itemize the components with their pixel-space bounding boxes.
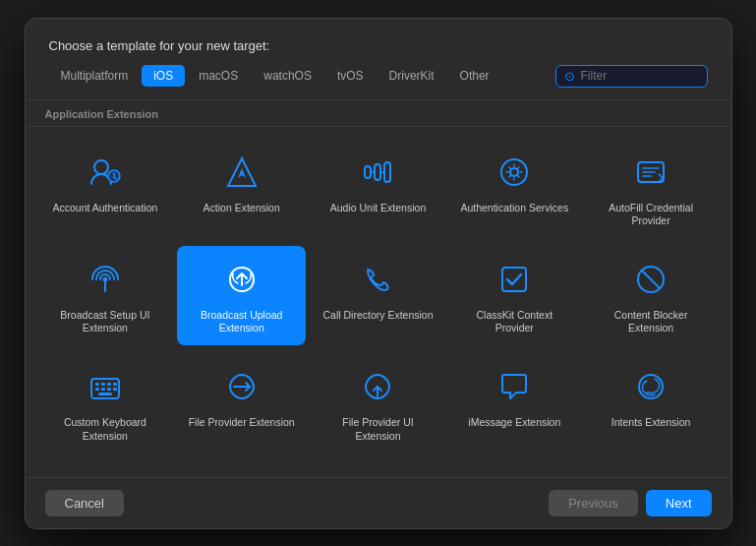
dialog-footer: Cancel Previous Next [26, 477, 731, 528]
svg-rect-19 [113, 383, 117, 386]
tab-watchos[interactable]: watchOS [252, 65, 323, 87]
item-file-provider-ui[interactable]: File Provider UI Extension [314, 353, 442, 453]
broadcast-upload-icon [220, 258, 263, 301]
item-broadcast-upload[interactable]: Broadcast Upload Extension [177, 246, 306, 345]
item-more4[interactable] [450, 460, 579, 476]
svg-rect-20 [95, 388, 99, 391]
item-broadcast-setup-label: Broadcast Setup UI Extension [47, 309, 164, 335]
tab-driverkit[interactable]: DriverKit [378, 65, 446, 87]
more2-icon [220, 472, 263, 476]
tab-tvos[interactable]: tvOS [325, 65, 376, 87]
footer-right: Previous Next [549, 490, 711, 516]
imessage-icon [493, 365, 536, 408]
item-audio-unit[interactable]: Audio Unit Extension [314, 139, 442, 238]
svg-rect-17 [101, 383, 105, 386]
next-button[interactable]: Next [646, 490, 712, 516]
svg-point-6 [501, 159, 527, 185]
tab-other[interactable]: Other [448, 65, 501, 87]
dialog: Choose a template for your new target: M… [25, 18, 732, 529]
broadcast-setup-icon [84, 258, 127, 301]
item-imessage-label: iMessage Extension [468, 416, 560, 430]
tab-bar: Multiplatform iOS macOS watchOS tvOS Dri… [49, 65, 708, 88]
item-action-ext[interactable]: Action Extension [177, 139, 306, 238]
more5-icon [629, 472, 672, 476]
item-audio-unit-label: Audio Unit Extension [330, 202, 426, 215]
item-custom-keyboard[interactable]: Custom Keyboard Extension [41, 353, 170, 453]
item-call-directory[interactable]: Call Directory Extension [314, 246, 442, 345]
item-action-ext-label: Action Extension [204, 202, 280, 215]
svg-rect-4 [384, 162, 390, 182]
auth-services-icon [493, 151, 536, 194]
item-content-blocker[interactable]: Content Blocker Extension [587, 246, 716, 345]
dialog-body: Application Extension Account Authentica… [26, 100, 731, 477]
svg-rect-24 [98, 393, 112, 395]
call-directory-icon [356, 258, 399, 301]
item-account-auth[interactable]: Account Authentication [41, 139, 170, 238]
more1-icon [84, 472, 127, 476]
item-broadcast-setup[interactable]: Broadcast Setup UI Extension [41, 246, 170, 345]
grid-container[interactable]: Account Authentication Action Extension [26, 127, 731, 477]
svg-rect-18 [107, 383, 111, 386]
filter-input[interactable] [581, 69, 699, 83]
more4-icon [493, 472, 536, 476]
svg-rect-23 [113, 388, 117, 391]
more3-icon [356, 472, 399, 476]
svg-rect-16 [95, 383, 99, 386]
action-ext-icon [220, 151, 263, 194]
dialog-title: Choose a template for your new target: [49, 38, 708, 53]
item-file-provider-label: File Provider Extension [189, 416, 295, 430]
previous-button[interactable]: Previous [549, 490, 638, 516]
svg-rect-22 [107, 388, 111, 391]
tab-macos[interactable]: macOS [187, 65, 250, 87]
item-classkit[interactable]: ClassKit Context Provider [450, 246, 579, 345]
custom-keyboard-icon [84, 365, 127, 408]
section-label: Application Extension [26, 100, 731, 127]
item-file-provider-ui-label: File Provider UI Extension [320, 416, 436, 443]
svg-point-0 [94, 160, 108, 174]
account-auth-icon [84, 151, 127, 194]
file-provider-icon [220, 365, 263, 408]
audio-unit-icon [356, 151, 399, 194]
svg-rect-5 [375, 164, 380, 180]
svg-rect-21 [101, 388, 105, 391]
item-more2[interactable] [177, 460, 306, 476]
item-call-directory-label: Call Directory Extension [322, 309, 433, 323]
item-auth-services-label: Authentication Services [460, 202, 568, 215]
dialog-header: Choose a template for your new target: M… [26, 19, 731, 100]
tab-multiplatform[interactable]: Multiplatform [49, 65, 141, 87]
item-more5[interactable] [587, 460, 716, 476]
tab-ios[interactable]: iOS [142, 65, 185, 87]
item-auth-services[interactable]: Authentication Services [450, 139, 579, 238]
filter-container: ⊙ [555, 65, 708, 88]
file-provider-ui-icon [356, 365, 399, 408]
filter-icon: ⊙ [564, 69, 575, 84]
intents-icon [629, 365, 672, 408]
cancel-button[interactable]: Cancel [45, 490, 124, 516]
classkit-icon [493, 258, 536, 301]
item-more3[interactable] [314, 460, 442, 476]
template-grid: Account Authentication Action Extension [41, 139, 716, 477]
item-content-blocker-label: Content Blocker Extension [593, 309, 710, 335]
item-intents[interactable]: Intents Extension [587, 353, 716, 453]
item-classkit-label: ClassKit Context Provider [456, 309, 573, 335]
content-blocker-icon [629, 258, 672, 301]
item-more1[interactable] [41, 460, 170, 476]
item-file-provider[interactable]: File Provider Extension [177, 353, 306, 453]
item-imessage[interactable]: iMessage Extension [450, 353, 579, 453]
item-intents-label: Intents Extension [611, 416, 691, 430]
item-broadcast-upload-label: Broadcast Upload Extension [183, 309, 300, 335]
item-autofill[interactable]: AutoFill Credential Provider [587, 139, 716, 238]
svg-rect-13 [502, 268, 526, 291]
item-autofill-label: AutoFill Credential Provider [593, 202, 710, 228]
item-custom-keyboard-label: Custom Keyboard Extension [47, 416, 164, 443]
item-account-auth-label: Account Authentication [52, 202, 157, 215]
autofill-icon [629, 151, 672, 194]
svg-rect-3 [365, 166, 371, 178]
